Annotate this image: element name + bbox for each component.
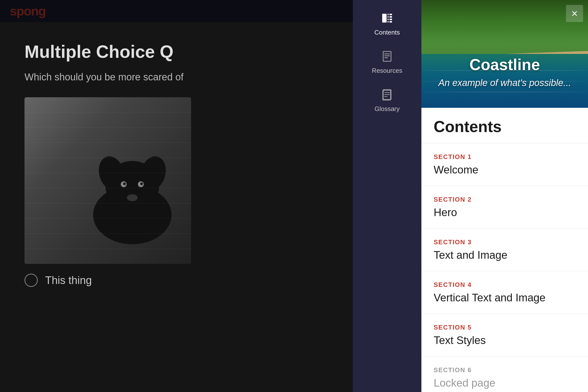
hero-subtitle: An example of what's possible... [422, 78, 588, 88]
section-4-title: Vertical Text and Image [434, 292, 576, 304]
svg-rect-23 [383, 90, 390, 100]
section-item-4[interactable]: SECTION 4Vertical Text and Image [422, 271, 588, 314]
svg-rect-17 [390, 21, 392, 22]
svg-rect-14 [390, 14, 392, 15]
sidebar-item-glossary[interactable]: Glossary [353, 81, 422, 120]
close-button[interactable]: × [566, 5, 583, 22]
sidebar-nav: Contents Resources Glossary [353, 0, 422, 392]
dog-image-container [24, 97, 191, 264]
sidebar-resources-label: Resources [372, 67, 402, 74]
svg-rect-16 [390, 18, 392, 20]
contents-body[interactable]: Contents SECTION 1WelcomeSECTION 2HeroSE… [422, 108, 588, 392]
dog-image [24, 97, 191, 264]
section-2-label: SECTION 2 [434, 196, 576, 203]
contents-icon [381, 12, 394, 26]
main-background: spong Multiple Choice Q Which should you… [0, 0, 353, 392]
hero-text-area: Coastline An example of what's possible.… [422, 56, 588, 88]
page-subtext: Which should you be more scared of [24, 72, 328, 82]
svg-rect-15 [390, 16, 392, 18]
section-2-title: Hero [434, 206, 576, 218]
svg-rect-18 [383, 52, 391, 61]
svg-rect-13 [388, 21, 388, 22]
sidebar-glossary-label: Glossary [374, 105, 400, 113]
resources-icon [381, 50, 394, 64]
section-item-2[interactable]: SECTION 2Hero [422, 186, 588, 228]
section-5-label: SECTION 5 [434, 324, 576, 331]
hero-image: × Coastline An example of what's possibl… [422, 0, 588, 108]
sidebar-contents-label: Contents [374, 29, 400, 36]
svg-rect-11 [388, 16, 388, 18]
contents-panel: × Coastline An example of what's possibl… [422, 0, 588, 392]
section-item-5[interactable]: SECTION 5Text Styles [422, 314, 588, 356]
section-4-label: SECTION 4 [434, 281, 576, 288]
sidebar-item-contents[interactable]: Contents [353, 5, 422, 43]
glossary-icon [381, 88, 394, 103]
svg-rect-10 [388, 14, 388, 15]
section-5-title: Text Styles [434, 334, 576, 346]
section-1-label: SECTION 1 [434, 153, 576, 161]
section-3-label: SECTION 3 [434, 238, 576, 246]
page-heading: Multiple Choice Q [24, 42, 328, 62]
radio-circle[interactable] [24, 274, 38, 287]
radio-option[interactable]: This thing [24, 274, 328, 287]
section-1-title: Welcome [434, 164, 576, 176]
section-6-title: Locked page [434, 377, 576, 389]
section-6-label: SECTION 6 [434, 366, 576, 374]
section-item-1[interactable]: SECTION 1Welcome [422, 143, 588, 186]
contents-heading: Contents [422, 108, 588, 143]
sections-container: SECTION 1WelcomeSECTION 2HeroSECTION 3Te… [422, 143, 588, 392]
svg-rect-9 [382, 14, 386, 22]
hero-overlay [422, 0, 588, 108]
section-item-3[interactable]: SECTION 3Text and Image [422, 228, 588, 271]
radio-label: This thing [45, 274, 92, 286]
section-3-title: Text and Image [434, 249, 576, 261]
hero-title: Coastline [422, 56, 588, 74]
close-icon: × [571, 7, 578, 20]
svg-rect-12 [388, 18, 388, 20]
sidebar-item-resources[interactable]: Resources [353, 43, 422, 81]
section-item-6[interactable]: SECTION 6Locked page [422, 356, 588, 392]
